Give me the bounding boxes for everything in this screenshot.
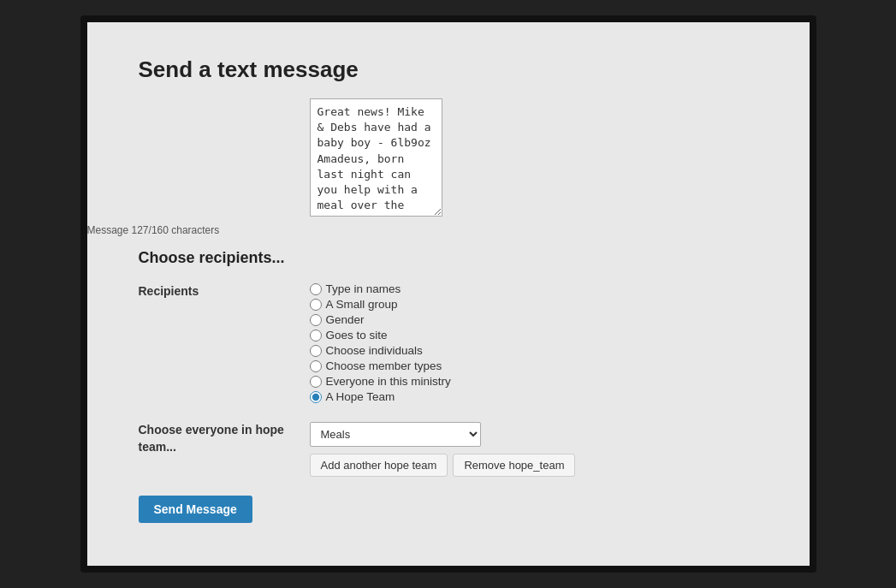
radio-member-types-label: Choose member types <box>326 359 442 372</box>
page-title: Send a text message <box>139 56 758 83</box>
radio-option-gender[interactable]: Gender <box>310 313 451 326</box>
hope-team-label: Choose everyone in hope team... <box>139 422 310 455</box>
radio-ministry-label: Everyone in this ministry <box>326 375 451 388</box>
radio-option-ministry[interactable]: Everyone in this ministry <box>310 375 451 388</box>
radio-option-hope-team[interactable]: A Hope Team <box>310 390 451 403</box>
radio-gender[interactable] <box>310 314 322 326</box>
radio-site[interactable] <box>310 330 322 342</box>
radio-option-names[interactable]: Type in names <box>310 282 451 295</box>
radio-member-types[interactable] <box>310 360 322 372</box>
hope-team-controls: Meals Add another hope team Remove hope_… <box>310 422 576 477</box>
message-section: Great news! Mike & Debs have had a baby … <box>310 98 758 217</box>
radio-hope-team-label: A Hope Team <box>326 390 395 403</box>
radio-ministry[interactable] <box>310 376 322 388</box>
radio-site-label: Goes to site <box>326 329 388 342</box>
char-count: Message 127/160 characters <box>87 224 220 236</box>
radio-small-group-label: A Small group <box>326 298 398 311</box>
radio-individuals-label: Choose individuals <box>326 344 423 357</box>
radio-option-individuals[interactable]: Choose individuals <box>310 344 451 357</box>
main-window: Send a text message Great news! Mike & D… <box>80 15 816 573</box>
recipients-label: Recipients <box>139 282 310 298</box>
radio-hope-team[interactable] <box>310 391 322 403</box>
message-textarea[interactable]: Great news! Mike & Debs have had a baby … <box>310 98 442 217</box>
radio-option-site[interactable]: Goes to site <box>310 329 451 342</box>
add-hope-team-button[interactable]: Add another hope team <box>310 454 448 477</box>
radio-small-group[interactable] <box>310 299 322 311</box>
radio-option-small-group[interactable]: A Small group <box>310 298 451 311</box>
send-row: Send Message <box>139 496 758 523</box>
recipients-heading: Choose recipients... <box>139 249 758 267</box>
radio-names[interactable] <box>310 283 322 295</box>
hope-team-row: Choose everyone in hope team... Meals Ad… <box>139 422 758 477</box>
remove-hope-team-button[interactable]: Remove hope_team <box>453 454 575 477</box>
send-message-button[interactable]: Send Message <box>139 496 252 523</box>
hope-team-buttons: Add another hope team Remove hope_team <box>310 454 576 477</box>
radio-names-label: Type in names <box>326 282 401 295</box>
recipients-list: Type in names A Small group Gender Goes … <box>310 282 451 403</box>
radio-individuals[interactable] <box>310 345 322 357</box>
radio-gender-label: Gender <box>326 313 365 326</box>
hope-team-select[interactable]: Meals <box>310 422 481 447</box>
radio-option-member-types[interactable]: Choose member types <box>310 359 451 372</box>
recipients-row: Recipients Type in names A Small group G… <box>139 282 758 403</box>
